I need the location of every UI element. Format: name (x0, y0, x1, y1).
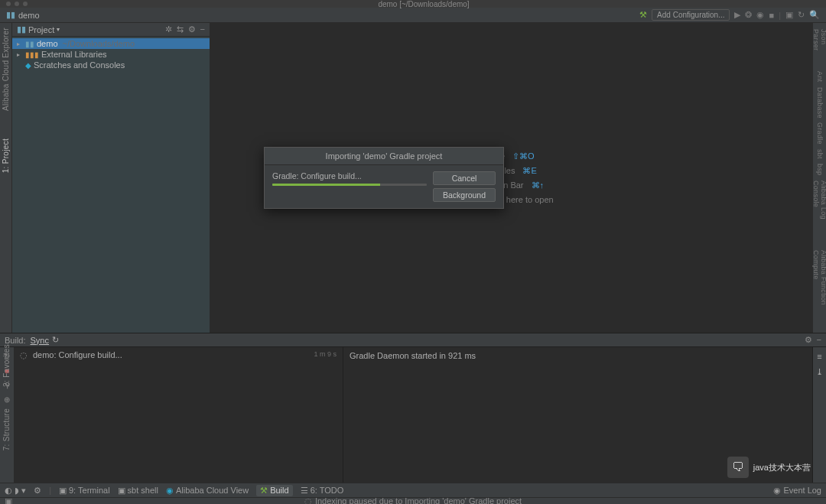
folder-icon: ▮▮ (6, 10, 15, 20)
tree-external-libraries[interactable]: ▸ ▮▮▮ External Libraries (12, 49, 210, 60)
rail-sbt[interactable]: sbt (816, 149, 824, 159)
log-icon: ◉ (773, 486, 781, 496)
rail-project[interactable]: 1: Project (2, 138, 10, 173)
build-tab-sync[interactable]: Sync (31, 336, 49, 345)
library-icon: ▮▮▮ (25, 50, 39, 59)
btab-build[interactable]: ⚒Build (256, 485, 292, 496)
shortcut: ⇧⌘O (512, 151, 535, 161)
shortcut: ⌘↑ (532, 180, 545, 190)
gear-icon[interactable]: ⚙ (188, 24, 196, 34)
rail-fn-compute[interactable]: Alibaba Function Compute (812, 250, 827, 333)
tree-scratches[interactable]: ◆ Scratches and Consoles (12, 60, 210, 70)
btab-todo[interactable]: ☰6: TODO (301, 486, 344, 496)
build-panel-header: Build: Sync ↻ ⚙ − (0, 333, 826, 347)
breadcrumb-bar: ▮▮ demo ⚒ Add Configuration... ▶ ❂ ◉ ■ |… (0, 8, 826, 23)
status-message: Indexing paused due to Importing 'demo' … (315, 496, 522, 504)
project-name: demo (18, 11, 40, 20)
left-rail-lower: 2: Favorites 7: Structure (0, 344, 12, 450)
progress-bar (272, 184, 427, 186)
search-icon[interactable]: 🔍 (809, 10, 820, 20)
import-progress-dialog: Importing 'demo' Gradle project Gradle: … (264, 147, 504, 209)
tree-label: External Libraries (41, 50, 107, 59)
rail-ant[interactable]: Ant (816, 71, 824, 82)
project-panel: ▮▮ Project ▾ ✲ ⇆ ⚙ − ▸ ▮▮ demo ~/Downloa… (12, 23, 210, 333)
watermark: 🗨 java技术大本营 (727, 457, 811, 478)
coverage-icon[interactable]: ◉ (756, 10, 764, 20)
titlebar: demo [~/Downloads/demo] (0, 0, 826, 8)
collapse-icon[interactable]: − (200, 24, 205, 34)
separator: | (49, 486, 51, 495)
tree-root[interactable]: ▸ ▮▮ demo ~/Downloads/demo (12, 38, 210, 49)
run-icon[interactable]: ▶ (734, 10, 740, 20)
build-icon[interactable]: ⚒ (639, 10, 647, 20)
expand-icon[interactable]: ⇆ (177, 24, 184, 34)
btab-gear[interactable]: ⚙ (34, 486, 41, 496)
chevron-down-icon[interactable]: ▾ (57, 26, 60, 33)
sync-icon[interactable]: ↻ (52, 335, 59, 345)
minimize-icon[interactable] (15, 2, 19, 6)
rail-cloud-explorer[interactable]: Alibaba Cloud Explorer (2, 28, 10, 111)
rail-favorites[interactable]: 2: Favorites (2, 344, 11, 387)
update-icon[interactable]: ↻ (798, 10, 805, 20)
project-icon: ▮▮ (17, 24, 26, 34)
build-panel: Build: Sync ↻ ⚙ − ↻ ■ ⚲ ⊕ ◌ demo: Config… (0, 333, 826, 483)
spinner-icon: ◌ (20, 350, 28, 359)
target-icon[interactable]: ✲ (165, 24, 172, 34)
progress-fill (272, 184, 380, 186)
window-controls[interactable] (6, 2, 28, 6)
build-right-sidebar: ≡ ⤓ (812, 347, 826, 483)
status-bar: ▣ ◌ Indexing paused due to Importing 'de… (0, 497, 826, 504)
build-item: demo: Configure build... (33, 350, 122, 359)
dialog-status: Gradle: Configure build... (272, 171, 427, 180)
watermark-text: java技术大本营 (753, 462, 811, 473)
background-button[interactable]: Background (433, 188, 496, 202)
sbt-icon: ▣ (118, 486, 125, 496)
cancel-button[interactable]: Cancel (433, 171, 496, 185)
terminal-icon: ▣ (59, 486, 67, 496)
soft-wrap-icon[interactable]: ≡ (817, 352, 821, 361)
tree-label: Scratches and Consoles (34, 60, 125, 70)
right-tool-rail: Json Parser Ant Database Gradle sbt bsp … (812, 23, 826, 333)
gear-icon[interactable]: ⚙ (805, 335, 812, 345)
build-elapsed: 1 m 9 s (314, 350, 337, 358)
btab-sbt-shell[interactable]: ▣sbt shell (118, 486, 158, 496)
rail-bsp[interactable]: bsp (816, 164, 824, 175)
rail-log-console[interactable]: Alibaba Log Console (812, 180, 827, 245)
collapse-icon[interactable]: − (817, 335, 821, 345)
separator: | (779, 11, 781, 20)
todo-icon: ☰ (301, 486, 308, 496)
project-tree[interactable]: ▸ ▮▮ demo ~/Downloads/demo ▸ ▮▮▮ Externa… (12, 37, 210, 72)
debug-icon[interactable]: ❂ (745, 10, 752, 20)
btab-status-icons[interactable]: ◐ ◗ ▾ (5, 486, 26, 496)
output-line: Gradle Daemon started in 921 ms (350, 351, 476, 360)
rail-json-parser[interactable]: Json Parser (812, 29, 827, 67)
add-configuration-button[interactable]: Add Configuration... (652, 9, 730, 21)
status-left[interactable]: ▣ (5, 496, 12, 505)
left-tool-rail: Alibaba Cloud Explorer 1: Project (0, 23, 12, 333)
scratches-icon: ◆ (25, 61, 31, 70)
rail-database[interactable]: Database (816, 87, 824, 119)
breadcrumb[interactable]: ▮▮ demo (6, 10, 40, 20)
shortcut: ⌘E (522, 166, 536, 176)
tree-root-path: ~/Downloads/demo (63, 39, 135, 48)
rail-structure[interactable]: 7: Structure (2, 408, 11, 450)
cloud-icon: ◉ (166, 486, 174, 496)
build-icon: ⚒ (260, 486, 268, 496)
tree-root-name: demo (37, 39, 58, 48)
chevron-right-icon[interactable]: ▸ (17, 41, 23, 47)
close-icon[interactable] (6, 2, 11, 6)
scroll-icon[interactable]: ⤓ (816, 367, 823, 377)
dialog-title: Importing 'demo' Gradle project (265, 148, 503, 165)
rail-gradle[interactable]: Gradle (816, 122, 824, 145)
build-tree[interactable]: ◌ demo: Configure build... 1 m 9 s (14, 347, 343, 483)
project-panel-header[interactable]: ▮▮ Project ▾ ✲ ⇆ ⚙ − (12, 23, 210, 37)
stop-icon[interactable]: ■ (769, 11, 774, 20)
build-header-label: Build: (5, 336, 26, 345)
spinner-icon: ◌ (304, 496, 312, 505)
chevron-right-icon[interactable]: ▸ (17, 51, 23, 58)
folder-icon: ▮▮ (25, 40, 34, 48)
git-icon[interactable]: ▣ (785, 10, 793, 20)
btab-event-log[interactable]: ◉Event Log (773, 486, 821, 496)
btab-terminal[interactable]: ▣9: Terminal (59, 486, 110, 496)
btab-cloud-view[interactable]: ◉Alibaba Cloud View (166, 486, 249, 496)
